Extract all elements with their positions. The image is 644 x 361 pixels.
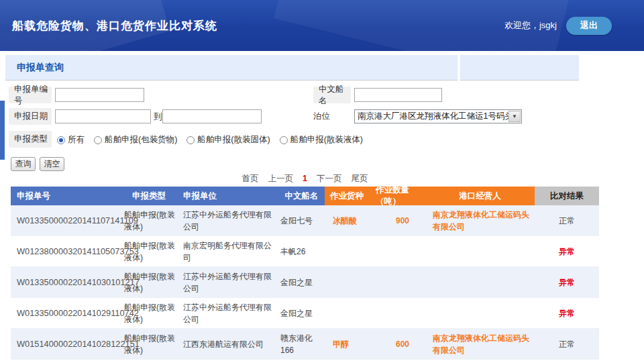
cell-type: 船舶申报(散装液体) — [121, 205, 180, 236]
cell-quantity: 600 — [376, 329, 429, 359]
header-right: 欢迎您，jsgkj 退出 — [504, 17, 644, 35]
logout-button[interactable]: 退出 — [566, 17, 612, 35]
col-quantity: 作业数量（吨） — [376, 187, 429, 205]
cell-unit: 江西东港航运有限公司 — [180, 329, 278, 359]
cell-operator — [429, 267, 535, 297]
radio-icon — [94, 136, 102, 144]
chevron-down-icon[interactable]: ▼ — [508, 111, 521, 122]
declaration-no-label: 申报单编号 — [9, 87, 52, 103]
radio-type-all[interactable]: 所有 — [57, 134, 85, 146]
berth-select[interactable]: 南京港大厂港区龙翔液体化工储运1号码头 ▼ — [354, 109, 522, 123]
table-row: W012380000320141105073753 船舶申报(散装液体) 南京宏… — [11, 236, 599, 267]
left-panel-strip — [0, 101, 5, 160]
table-row: W015140000220141028122151 船舶申报(散装液体) 江西东… — [11, 329, 599, 360]
cell-cargo: 冰醋酸 — [325, 205, 376, 236]
query-button[interactable]: 查询 — [11, 157, 36, 171]
cell-declaration-no: W013350000220141030101217 — [11, 267, 121, 297]
date-from-input[interactable] — [55, 109, 151, 123]
berth-label: 泊位 — [313, 108, 330, 125]
cell-cargo: 甲醇 — [325, 329, 376, 359]
radio-type-packaged[interactable]: 船舶申报(包装货物) — [94, 134, 177, 146]
section-title: 申报单查询 — [5, 62, 64, 74]
section-header-spacer — [460, 55, 579, 81]
pagination-current-page: 1 — [303, 174, 307, 183]
radio-icon — [280, 136, 288, 144]
cell-ship-name: 金阳之星 — [278, 267, 325, 297]
col-result: 比对结果 — [535, 187, 599, 205]
col-type: 申报类型 — [121, 187, 180, 205]
col-unit: 申报单位 — [180, 187, 278, 205]
col-cargo: 作业货种 — [325, 187, 376, 205]
radio-type-bulk-liquid[interactable]: 船舶申报(散装液体) — [280, 134, 363, 146]
cell-declaration-no: W012380000320141105073753 — [11, 236, 121, 266]
cell-unit: 江苏中外运船务代理有限公司 — [180, 267, 278, 297]
type-radio-group: 所有 船舶申报(包装货物) 船舶申报(散装固体) 船舶申报(散装液体) — [57, 132, 372, 148]
cell-type: 船舶申报(散装液体) — [121, 267, 180, 297]
table-row: W013350000220141107141109 船舶申报(散装液体) 江苏中… — [11, 205, 599, 236]
col-operator: 港口经营人 — [429, 187, 535, 205]
cell-ship-name: 丰帆26 — [278, 236, 325, 266]
berth-selected-value: 南京港大厂港区龙翔液体化工储运1号码头 — [355, 111, 508, 122]
cell-quantity — [376, 236, 429, 266]
cell-result: 正常 — [535, 205, 599, 236]
table-header-row: 申报单号 申报类型 申报单位 中文船名 作业货种 作业数量（吨） 港口经营人 比… — [11, 187, 599, 205]
cell-ship-name: 赣东港化166 — [278, 329, 325, 359]
cell-type: 船舶申报(散装液体) — [121, 298, 180, 328]
type-label: 申报类型 — [9, 131, 52, 148]
welcome-text: 欢迎您，jsgkj — [504, 19, 557, 32]
cell-operator: 南京龙翔液体化工储运码头有限公司 — [429, 329, 535, 359]
cell-declaration-no: W015140000220141028122151 — [11, 329, 121, 359]
cell-quantity — [376, 267, 429, 297]
cell-cargo — [325, 267, 376, 297]
cell-unit: 江苏中外运船务代理有限公司 — [180, 298, 278, 328]
cell-cargo — [325, 298, 376, 328]
cell-operator — [429, 236, 535, 266]
cell-unit: 南京宏明船务代理有限公司 — [180, 236, 278, 266]
date-to-text: 到 — [154, 111, 162, 123]
cell-ship-name: 金阳之星 — [278, 298, 325, 328]
cell-result: 异常 — [535, 298, 599, 328]
radio-icon — [186, 136, 195, 144]
declaration-no-input[interactable] — [55, 88, 144, 102]
cell-result: 异常 — [535, 236, 599, 266]
col-ship-name: 中文船名 — [278, 187, 325, 205]
app-header: 船载危险货物、港口危货作业比对系统 欢迎您，jsgkj 退出 — [0, 0, 644, 51]
cell-quantity: 900 — [376, 205, 429, 236]
ship-name-input[interactable] — [354, 88, 442, 102]
results-table: 申报单号 申报类型 申报单位 中文船名 作业货种 作业数量（吨） 港口经营人 比… — [11, 187, 599, 360]
cell-quantity — [376, 298, 429, 328]
table-row: W013350000220141029110742 船舶申报(散装液体) 江苏中… — [11, 298, 599, 329]
pagination-last[interactable]: 尾页 — [351, 173, 368, 185]
pagination-first[interactable]: 首页 — [242, 173, 259, 185]
cell-declaration-no: W013350000220141029110742 — [11, 298, 121, 328]
ship-name-label: 中文船名 — [313, 87, 351, 103]
cell-result: 异常 — [535, 267, 599, 297]
radio-type-bulk-solid[interactable]: 船舶申报(散装固体) — [186, 134, 270, 146]
pagination-prev[interactable]: 上一页 — [268, 173, 294, 185]
date-to-input[interactable] — [162, 109, 262, 123]
cell-result: 正常 — [535, 329, 599, 359]
cell-ship-name: 金阳七号 — [278, 205, 325, 236]
section-header: 申报单查询 — [5, 55, 458, 81]
cell-type: 船舶申报(散装液体) — [121, 236, 180, 266]
date-label: 申报日期 — [9, 108, 52, 125]
cell-operator: 南京龙翔液体化工储运码头有限公司 — [429, 205, 535, 236]
page: 船载危险货物、港口危货作业比对系统 欢迎您，jsgkj 退出 申报单查询 申报单… — [0, 0, 644, 361]
col-declaration-no: 申报单号 — [11, 187, 121, 205]
pagination-next[interactable]: 下一页 — [317, 173, 342, 185]
radio-icon — [57, 136, 65, 144]
clear-button[interactable]: 清空 — [40, 157, 64, 171]
cell-operator — [429, 298, 535, 328]
cell-cargo — [325, 236, 376, 266]
table-row: W013350000220141030101217 船舶申报(散装液体) 江苏中… — [11, 267, 599, 298]
cell-type: 船舶申报(散装液体) — [121, 329, 180, 359]
app-title: 船载危险货物、港口危货作业比对系统 — [0, 18, 217, 34]
cell-declaration-no: W013350000220141107141109 — [11, 205, 121, 236]
cell-unit: 江苏中外运船务代理有限公司 — [180, 205, 278, 236]
pagination: 首页 上一页 1 下一页 尾页 — [11, 173, 599, 184]
